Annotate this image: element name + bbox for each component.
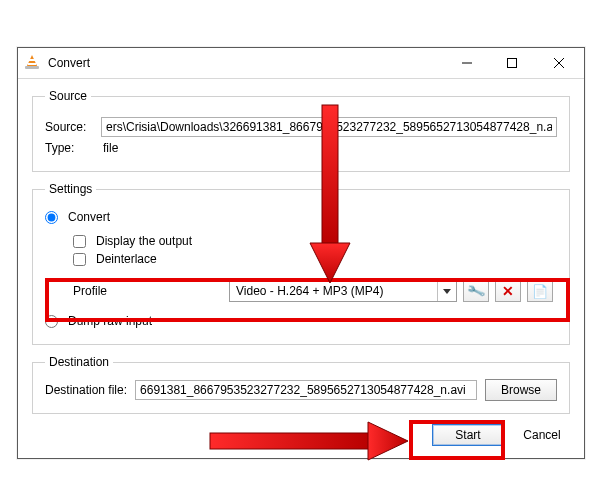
cancel-button[interactable]: Cancel	[518, 424, 566, 446]
convert-radio-label: Convert	[68, 210, 110, 224]
type-label: Type:	[45, 141, 93, 155]
browse-button[interactable]: Browse	[485, 379, 557, 401]
deinterlace-checkbox[interactable]	[73, 253, 86, 266]
display-output-label: Display the output	[96, 234, 192, 248]
destination-file-label: Destination file:	[45, 383, 127, 397]
new-document-icon: 📄	[532, 284, 548, 299]
source-label: Source:	[45, 120, 93, 134]
source-input[interactable]	[101, 117, 557, 137]
source-group-label: Source	[45, 89, 91, 103]
convert-radio[interactable]	[45, 211, 58, 224]
maximize-button[interactable]	[489, 48, 534, 78]
start-button[interactable]: Start	[432, 424, 504, 446]
close-button[interactable]	[534, 48, 584, 78]
new-profile-button[interactable]: 📄	[527, 280, 553, 302]
profile-label: Profile	[49, 284, 223, 298]
chevron-down-icon	[437, 281, 456, 301]
dump-raw-radio[interactable]	[45, 315, 58, 328]
settings-group-label: Settings	[45, 182, 96, 196]
display-output-checkbox[interactable]	[73, 235, 86, 248]
start-button-label: Start	[455, 428, 480, 442]
profile-value: Video - H.264 + MP3 (MP4)	[236, 284, 384, 298]
dump-raw-label: Dump raw input	[68, 314, 152, 328]
delete-profile-button[interactable]: ✕	[495, 280, 521, 302]
vlc-cone-icon	[26, 55, 42, 71]
minimize-button[interactable]	[444, 48, 489, 78]
source-group: Source Source: Type: file	[32, 89, 570, 172]
cancel-button-label: Cancel	[523, 428, 560, 442]
svg-rect-1	[507, 59, 516, 68]
wrench-icon: 🔧	[466, 281, 486, 301]
destination-group: Destination Destination file: Browse	[32, 355, 570, 414]
edit-profile-button[interactable]: 🔧	[463, 280, 489, 302]
destination-file-input[interactable]	[135, 380, 477, 400]
type-value: file	[101, 141, 118, 155]
titlebar: Convert	[18, 48, 584, 79]
delete-x-icon: ✕	[502, 284, 514, 298]
deinterlace-label: Deinterlace	[96, 252, 157, 266]
settings-group: Settings Convert Display the output Dein…	[32, 182, 570, 345]
browse-button-label: Browse	[501, 383, 541, 397]
window-title: Convert	[48, 56, 444, 70]
convert-window: Convert Source Source: Type: file Settin…	[17, 47, 585, 459]
destination-group-label: Destination	[45, 355, 113, 369]
profile-combobox[interactable]: Video - H.264 + MP3 (MP4)	[229, 280, 457, 302]
